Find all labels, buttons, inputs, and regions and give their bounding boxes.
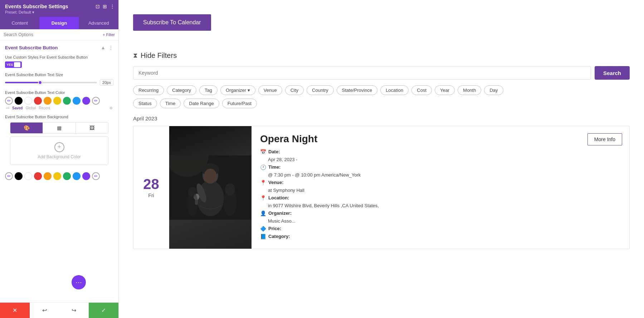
color-saved-row: ⋯ Saved Global Recent ⚙ [5,106,113,110]
tab-advanced[interactable]: Advanced [79,17,118,29]
event-category-meta: 📘 Category: [260,234,571,239]
filter-tag-cost[interactable]: Cost [411,85,432,95]
color-green[interactable] [63,97,71,105]
color-blue[interactable] [73,97,80,105]
recent-label[interactable]: Recent [39,106,50,110]
bottom-purple[interactable] [82,172,90,180]
bg-tab-color[interactable]: 🎨 [10,123,43,133]
filter-tag-year[interactable]: Year [435,85,455,95]
location-meta-label: Location: [268,195,289,200]
filter-tag-day[interactable]: Day [484,85,503,95]
section-header: Event Subscribe Button ▲ ⋮ [0,40,118,53]
bottom-black[interactable] [15,172,23,180]
venue-icon: 📍 [260,180,266,185]
custom-styles-label: Use Custom Styles For Event Subscribe Bu… [5,55,113,60]
filter-tag-time[interactable]: Time [160,99,181,108]
color-yellow[interactable] [53,97,61,105]
filter-tag-daterange[interactable]: Date Range [184,99,219,108]
slider-track[interactable] [5,82,97,83]
subscribe-button[interactable]: Subscribe To Calendar [133,14,211,31]
filter-button[interactable]: + Filter [103,33,115,37]
category-icon: 📘 [260,234,266,239]
search-row: + Filter [0,29,118,40]
event-location-value: in 9077 Wilshire Blvd, Beverly Hills ,CA… [268,203,379,208]
color-picker-icon[interactable]: ✏ [5,97,13,105]
hide-filters-header[interactable]: ⧗ Hide Filters [133,51,630,60]
bottom-bar: ✕ ↩ ↪ ✓ [0,302,118,318]
keyword-input[interactable] [133,66,591,80]
bottom-custom[interactable]: ✏ [92,172,100,180]
section-menu-icon[interactable]: ⋮ [108,45,113,50]
panel-preset[interactable]: Preset: Default ▾ [5,10,113,15]
filter-tag-city[interactable]: City [285,85,304,95]
custom-styles-toggle[interactable]: YES [5,61,22,68]
confirm-button[interactable]: ✓ [89,303,118,318]
filter-tag-month[interactable]: Month [458,85,481,95]
event-date-day: Fri [148,193,154,198]
tab-content[interactable]: Content [0,17,39,29]
bottom-white[interactable] [24,172,32,180]
color-custom-icon[interactable]: ✏ [92,97,100,105]
color-purple[interactable] [82,97,90,105]
event-date-number: 28 [143,177,159,191]
hide-filters-label: Hide Filters [141,51,177,60]
undo-button[interactable]: ↩ [30,303,59,318]
filter-tag-country[interactable]: Country [307,85,334,95]
gear-icon[interactable]: ⚙ [109,106,113,110]
event-time-meta: 🕐 Time: [260,164,571,170]
add-bg-box[interactable]: + Add Background Color [10,136,108,165]
bottom-orange[interactable] [44,172,52,180]
three-dots-icon[interactable]: ⋯ [6,106,9,110]
bottom-green[interactable] [63,172,71,180]
filter-tag-tag[interactable]: Tag [199,85,218,95]
organizer-meta-label: Organizer: [268,210,292,216]
redo-button[interactable]: ↪ [59,303,89,318]
bottom-red[interactable] [34,172,42,180]
event-image [169,126,252,249]
bg-option: Event Subscribe Button Background 🎨 ▦ 🖼 … [0,112,118,170]
bottom-color-row: ✏ ✏ [0,170,118,182]
slider-thumb[interactable] [38,80,42,85]
global-label[interactable]: Global [25,106,36,110]
minimize-icon[interactable]: ⊡ [96,4,100,9]
slider-value: 20px [100,79,113,86]
price-meta-label: Price: [268,226,281,231]
color-swatches: ✏ ✏ [5,97,113,105]
bottom-blue[interactable] [73,172,80,180]
bottom-picker-icon[interactable]: ✏ [5,172,13,180]
color-orange[interactable] [44,97,52,105]
panel-header-icons: ⊡ ⊞ ⋮ [96,4,115,9]
filter-tag-status[interactable]: Status [133,99,157,108]
event-venue-value: at Symphony Hall [268,188,304,193]
slider-row: 20px [5,79,113,86]
color-white[interactable] [24,97,32,105]
date-meta-label: Date: [268,149,280,154]
collapse-icon[interactable]: ▲ [101,45,106,50]
search-button[interactable]: Search [595,66,630,80]
bg-tab-image[interactable]: 🖼 [76,123,108,133]
event-date-meta: 📅 Date: [260,149,571,155]
tab-design[interactable]: Design [39,17,79,29]
bottom-yellow[interactable] [53,172,61,180]
search-input[interactable] [4,32,101,37]
text-color-label: Event Subscribe Button Text Color [5,90,113,95]
bg-tab-gradient[interactable]: ▦ [43,123,75,133]
more-info-button[interactable]: More Info [587,133,622,145]
saved-label[interactable]: Saved [12,106,23,110]
filter-tag-organizer[interactable]: Organizer ▾ [220,85,255,95]
filter-tag-state[interactable]: State/Province [337,85,378,95]
clock-icon: 🕐 [260,164,266,170]
color-black[interactable] [15,97,23,105]
color-red[interactable] [34,97,42,105]
svg-point-8 [204,169,217,184]
menu-icon[interactable]: ⋮ [110,4,115,9]
filter-tag-recurring[interactable]: Recurring [133,85,164,95]
filter-tag-location[interactable]: Location [380,85,409,95]
filter-tag-futurepast[interactable]: Future/Past [222,99,257,108]
event-card: 28 Fri [133,126,630,249]
filter-tag-category[interactable]: Category [167,85,196,95]
filter-tag-venue[interactable]: Venue [258,85,282,95]
text-size-label: Event Subscribe Button Text Size [5,72,113,78]
expand-icon[interactable]: ⊞ [103,4,107,9]
cancel-button[interactable]: ✕ [0,303,30,318]
